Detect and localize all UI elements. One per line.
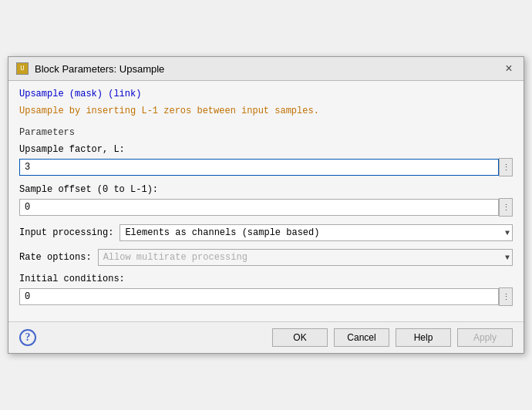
description-text: Upsample by inserting L-1 zeros between … — [19, 104, 513, 118]
rate-options-label: Rate options: — [19, 252, 92, 263]
parameters-label: Parameters — [19, 127, 513, 138]
initial-conditions-label: Initial conditions: — [19, 274, 513, 284]
input-processing-wrapper: Elements as channels (sample based) Colu… — [120, 224, 513, 241]
block-parameters-dialog: U Block Parameters: Upsample × Upsample … — [8, 56, 524, 354]
input-processing-row: Input processing: Elements as channels (… — [19, 224, 513, 241]
input-processing-select[interactable]: Elements as channels (sample based) Colu… — [120, 224, 513, 241]
dialog-content: Upsample (mask) (link) Upsample by inser… — [8, 81, 524, 321]
link-line: Upsample (mask) (link) — [19, 89, 513, 99]
initial-conditions-input[interactable] — [19, 288, 499, 305]
help-button[interactable]: Help — [396, 328, 451, 347]
rate-options-select[interactable]: Allow multirate processing — [98, 249, 513, 266]
title-bar-left: U Block Parameters: Upsample — [16, 62, 164, 75]
bottom-right-buttons: OK Cancel Help Apply — [272, 328, 513, 347]
title-bar: U Block Parameters: Upsample × — [8, 57, 524, 81]
dialog-title: Block Parameters: Upsample — [35, 63, 164, 75]
cancel-button[interactable]: Cancel — [334, 328, 389, 347]
upsample-factor-dots-button[interactable]: ⋮ — [499, 158, 513, 176]
upsample-factor-input[interactable] — [19, 159, 499, 176]
close-button[interactable]: × — [502, 62, 516, 76]
initial-conditions-dots-button[interactable]: ⋮ — [499, 287, 513, 306]
link-text[interactable]: Upsample (mask) (link) — [19, 89, 141, 99]
sample-offset-label: Sample offset (0 to L-1): — [19, 184, 513, 195]
sample-offset-dots-button[interactable]: ⋮ — [499, 198, 513, 217]
apply-button[interactable]: Apply — [457, 328, 513, 347]
upsample-factor-row: ⋮ — [19, 158, 513, 176]
upsample-factor-label: Upsample factor, L: — [19, 144, 513, 155]
dialog-icon: U — [16, 62, 29, 75]
bottom-bar: ? OK Cancel Help Apply — [8, 321, 524, 353]
initial-conditions-row: ⋮ — [19, 287, 513, 306]
sample-offset-row: ⋮ — [19, 198, 513, 217]
rate-options-wrapper: Allow multirate processing ▼ — [98, 249, 513, 266]
input-processing-label: Input processing: — [19, 227, 113, 238]
help-icon-button[interactable]: ? — [19, 329, 36, 346]
sample-offset-input[interactable] — [19, 199, 499, 216]
ok-button[interactable]: OK — [272, 328, 328, 347]
rate-options-row: Rate options: Allow multirate processing… — [19, 249, 513, 266]
